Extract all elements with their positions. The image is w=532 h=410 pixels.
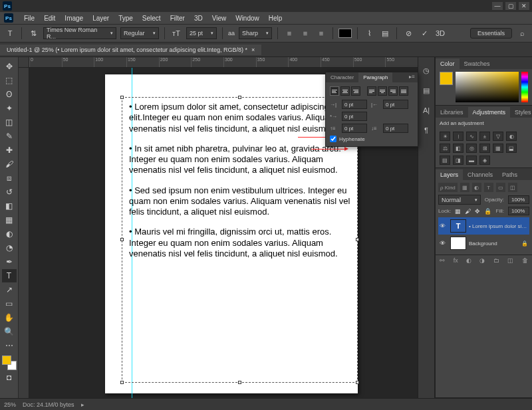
horizontal-ruler[interactable]: 050100150200250300350400450500550 <box>29 57 418 68</box>
exposure-icon[interactable]: ± <box>479 132 490 141</box>
indent-first-line-input[interactable]: 0 pt <box>342 112 367 121</box>
menu-3d[interactable]: 3D <box>190 13 207 23</box>
menu-type[interactable]: Type <box>114 13 137 23</box>
curves-icon[interactable]: ∿ <box>466 132 477 141</box>
layer-row[interactable]: 👁 T • Lorem ipsum dolor sit am... <box>438 217 529 235</box>
menu-help[interactable]: Help <box>265 13 287 23</box>
3d-text-button[interactable]: 3D <box>434 27 446 39</box>
properties-panel-icon[interactable]: ▤ <box>421 85 432 96</box>
zoom-level[interactable]: 25% <box>4 401 16 408</box>
resize-handle-s[interactable] <box>238 381 241 384</box>
character-panel-toggle[interactable]: ▤ <box>379 27 391 39</box>
marquee-tool[interactable]: ⬚ <box>2 74 17 87</box>
eraser-tool[interactable]: ◧ <box>2 199 17 213</box>
vertical-ruler[interactable] <box>19 68 29 398</box>
current-color-swatch[interactable] <box>440 72 453 85</box>
hand-tool[interactable]: ✋ <box>2 311 17 324</box>
paragraph-panel[interactable]: Character Paragraph ▸≡ →| 0 pt |← 0 pt <box>325 72 418 147</box>
lasso-tool[interactable]: ʘ <box>2 88 17 101</box>
window-minimize-button[interactable]: — <box>492 2 503 10</box>
magic-wand-tool[interactable]: ✦ <box>2 102 17 115</box>
window-maximize-button[interactable]: ▢ <box>505 2 516 10</box>
resize-handle-sw[interactable] <box>120 381 124 384</box>
path-selection-tool[interactable]: ↗ <box>2 283 17 296</box>
photo-filter-icon[interactable]: ◎ <box>466 144 477 153</box>
menu-view[interactable]: View <box>208 13 231 23</box>
resize-handle-n[interactable] <box>238 96 241 99</box>
menu-image[interactable]: Image <box>61 13 87 23</box>
zoom-tool[interactable]: 🔍 <box>2 325 17 338</box>
font-family-dropdown[interactable]: Times New Roman R... <box>43 27 116 39</box>
color-saturation-field[interactable] <box>456 72 519 102</box>
blur-tool[interactable]: ◐ <box>2 227 17 241</box>
layer-visibility-toggle[interactable]: 👁 <box>440 223 448 229</box>
filter-adjustment-icon[interactable]: ◐ <box>472 183 481 192</box>
edit-toolbar-button[interactable]: ⋯ <box>2 339 17 352</box>
color-swatches[interactable] <box>2 356 17 370</box>
align-left-button[interactable]: ≡ <box>283 27 295 39</box>
brush-tool[interactable]: 🖌 <box>2 157 17 171</box>
warp-text-button[interactable]: ⌇ <box>363 27 375 39</box>
delete-layer-icon[interactable]: 🗑 <box>522 257 528 264</box>
menu-window[interactable]: Window <box>231 13 263 23</box>
layer-mask-icon[interactable]: ◐ <box>466 257 471 264</box>
posterize-icon[interactable]: ▤ <box>440 155 450 165</box>
filter-pixel-icon[interactable]: ▦ <box>460 183 469 192</box>
panel-menu-icon[interactable]: ▸≡ <box>406 72 418 82</box>
healing-brush-tool[interactable]: ✚ <box>2 144 17 157</box>
channels-tab[interactable]: Channels <box>463 169 497 180</box>
character-panel-icon[interactable]: A| <box>421 105 432 116</box>
black-white-icon[interactable]: ◧ <box>453 144 464 153</box>
resize-handle-w[interactable] <box>120 238 124 241</box>
resize-handle-nw[interactable] <box>120 96 124 99</box>
document-tab-close[interactable]: × <box>251 47 255 53</box>
lock-all-icon[interactable]: 🔒 <box>484 208 491 215</box>
cancel-edit-button[interactable]: ⊘ <box>402 27 414 39</box>
clone-stamp-tool[interactable]: ⧇ <box>2 171 17 185</box>
font-size-dropdown[interactable]: 25 pt <box>186 27 217 39</box>
color-balance-icon[interactable]: ⚖ <box>440 144 450 153</box>
window-close-button[interactable]: ✕ <box>519 2 529 10</box>
layer-name[interactable]: Background <box>469 241 519 247</box>
hue-saturation-icon[interactable]: ◐ <box>506 132 517 141</box>
brightness-contrast-icon[interactable]: ☀ <box>440 132 450 141</box>
resize-handle-e[interactable] <box>356 238 359 241</box>
levels-icon[interactable]: ⫶ <box>453 132 464 141</box>
layer-visibility-toggle[interactable]: 👁 <box>440 240 448 247</box>
eyedropper-tool[interactable]: ✎ <box>2 130 17 143</box>
fill-input[interactable]: 100% <box>508 207 529 215</box>
justify-all-button[interactable] <box>399 86 408 96</box>
foreground-color-swatch[interactable] <box>2 356 11 365</box>
color-hue-slider[interactable] <box>521 72 528 102</box>
align-right-button[interactable] <box>351 86 360 96</box>
quick-mask-toggle[interactable]: ◘ <box>2 371 17 384</box>
new-layer-icon[interactable]: ◫ <box>507 257 513 264</box>
layer-thumbnail[interactable]: T <box>450 219 466 233</box>
doc-info[interactable]: Doc: 24.1M/0 bytes <box>23 401 74 408</box>
paragraph[interactable]: • Lorem ipsum dolor sit amet, consectetu… <box>129 102 350 134</box>
threshold-icon[interactable]: ◨ <box>453 155 464 165</box>
menu-filter[interactable]: Filter <box>166 13 189 23</box>
lock-transparency-icon[interactable]: ▦ <box>455 208 461 215</box>
paragraph[interactable]: • Mauris vel mi fringilla, dignissim orc… <box>129 227 350 259</box>
paragraph-tab[interactable]: Paragraph <box>358 72 392 82</box>
invert-icon[interactable]: ⬓ <box>506 144 517 153</box>
commit-edit-button[interactable]: ✓ <box>418 27 430 39</box>
info-chevron-icon[interactable]: ▸ <box>81 401 84 408</box>
filter-type-icon[interactable]: T <box>484 183 493 192</box>
resize-handle-se[interactable] <box>356 381 359 384</box>
workspace-switcher[interactable]: Essentials <box>470 28 512 39</box>
dodge-tool[interactable]: ◔ <box>2 241 17 255</box>
swatches-tab[interactable]: Swatches <box>460 58 495 69</box>
hyphenate-checkbox[interactable] <box>330 136 336 142</box>
anti-alias-dropdown[interactable]: Sharp <box>239 27 272 39</box>
menu-edit[interactable]: Edit <box>40 13 59 23</box>
menu-select[interactable]: Select <box>138 13 165 23</box>
align-center-button[interactable]: ≡ <box>299 27 311 39</box>
type-tool[interactable]: T <box>2 269 17 282</box>
text-orientation-toggle[interactable]: ⇅ <box>27 27 39 39</box>
crop-tool[interactable]: ◫ <box>2 116 17 129</box>
channel-mixer-icon[interactable]: ⊞ <box>479 144 490 153</box>
paragraph-panel-icon[interactable]: ¶ <box>421 125 432 136</box>
blend-mode-dropdown[interactable]: Normal <box>438 195 481 205</box>
